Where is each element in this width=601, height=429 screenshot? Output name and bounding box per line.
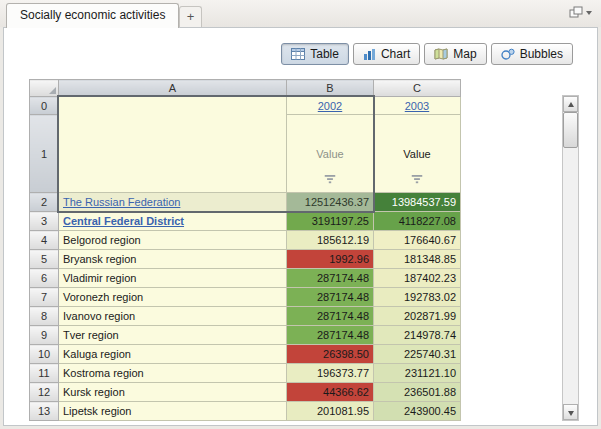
row-header-0[interactable]: 0 [30, 97, 59, 115]
row-header[interactable]: 11 [30, 364, 59, 383]
row-header[interactable]: 12 [30, 383, 59, 402]
value-cell-2003[interactable]: 181348.85 [374, 250, 461, 269]
value-cell-2002[interactable]: 287174.48 [287, 288, 374, 307]
value-cell-2003[interactable]: 176640.67 [374, 231, 461, 250]
row-header[interactable]: 13 [30, 402, 59, 421]
value-cell-2002[interactable]: 1992.96 [287, 250, 374, 269]
value-cell-2003[interactable]: 202871.99 [374, 307, 461, 326]
measure-cell-2003[interactable]: Value [374, 115, 461, 193]
merged-header-cell[interactable] [59, 97, 287, 193]
filter-icon[interactable] [412, 175, 423, 184]
region-name-cell[interactable]: Kursk region [59, 383, 287, 402]
value-cell-2002[interactable]: 44366.62 [287, 383, 374, 402]
value-cell-2003[interactable]: 231121.10 [374, 364, 461, 383]
data-grid: A B C 0 2002 2003 1 Va [29, 79, 461, 421]
value-cell-2003[interactable]: 243900.45 [374, 402, 461, 421]
select-all-corner[interactable] [30, 80, 59, 97]
value-cell-2002[interactable]: 185612.19 [287, 231, 374, 250]
value-cell-2003[interactable]: 192783.02 [374, 288, 461, 307]
column-header-c[interactable]: C [374, 80, 461, 97]
overlapping-windows-icon [568, 5, 594, 21]
region-name-cell[interactable]: Bryansk region [59, 250, 287, 269]
row-header[interactable]: 6 [30, 269, 59, 288]
year-link-2003[interactable]: 2003 [405, 100, 429, 112]
table-row: 3 Central Federal District 3191197.25 41… [30, 212, 461, 231]
column-header-b[interactable]: B [287, 80, 374, 97]
region-name-cell[interactable]: Belgorod region [59, 231, 287, 250]
region-name-cell[interactable]: Ivanovo region [59, 307, 287, 326]
row-header[interactable]: 9 [30, 326, 59, 345]
view-switcher: Table Chart Map Bubbles [281, 43, 573, 65]
region-name-cell[interactable]: Tver region [59, 326, 287, 345]
table-row: 4 Belgorod region 185612.19 176640.67 [30, 231, 461, 250]
table-row: 10 Kaluga region 26398.50 225740.31 [30, 345, 461, 364]
measure-label: Value [316, 148, 343, 160]
column-header-row: A B C [30, 80, 461, 97]
row-header-1[interactable]: 1 [30, 115, 59, 193]
table-row: 6 Vladimir region 287174.48 187402.23 [30, 269, 461, 288]
vertical-scrollbar[interactable] [562, 95, 579, 421]
chart-view-label: Chart [381, 47, 410, 61]
year-link-2002[interactable]: 2002 [318, 100, 342, 112]
bubbles-view-button[interactable]: Bubbles [491, 43, 573, 65]
table-row: 9 Tver region 287174.48 214978.74 [30, 326, 461, 345]
table-view-button[interactable]: Table [281, 43, 349, 65]
region-link[interactable]: Central Federal District [63, 215, 184, 227]
table-row: 12 Kursk region 44366.62 236501.88 [30, 383, 461, 402]
region-name-cell[interactable]: Vladimir region [59, 269, 287, 288]
column-header-a[interactable]: A [59, 80, 287, 97]
year-cell-2002[interactable]: 2002 [287, 97, 374, 115]
row-header[interactable]: 8 [30, 307, 59, 326]
value-cell-2002[interactable]: 201081.95 [287, 402, 374, 421]
table-row: 11 Kostroma region 196373.77 231121.10 [30, 364, 461, 383]
table-row: 8 Ivanovo region 287174.48 202871.99 [30, 307, 461, 326]
value-cell-2003[interactable]: 13984537.59 [374, 193, 461, 212]
tab-socially-economic-activities[interactable]: Socially economic activities [6, 3, 179, 28]
bubbles-icon [501, 48, 515, 60]
map-view-label: Map [453, 47, 476, 61]
row-header[interactable]: 2 [30, 193, 59, 212]
region-name-cell[interactable]: Kostroma region [59, 364, 287, 383]
filter-icon[interactable] [325, 175, 336, 184]
row-header[interactable]: 3 [30, 212, 59, 231]
new-tab-button[interactable]: + [179, 6, 202, 27]
region-name-cell[interactable]: Central Federal District [59, 212, 287, 231]
value-cell-2002[interactable]: 26398.50 [287, 345, 374, 364]
value-cell-2003[interactable]: 4118227.08 [374, 212, 461, 231]
measure-cell-2002[interactable]: Value [287, 115, 374, 193]
value-cell-2003[interactable]: 225740.31 [374, 345, 461, 364]
table-row: 7 Voronezh region 287174.48 192783.02 [30, 288, 461, 307]
scrollbar-thumb[interactable] [563, 112, 578, 148]
row-header[interactable]: 7 [30, 288, 59, 307]
window-restore-icon[interactable] [568, 5, 594, 21]
region-name-cell[interactable]: The Russian Federation [59, 193, 287, 212]
region-name-cell[interactable]: Kaluga region [59, 345, 287, 364]
bubbles-view-label: Bubbles [520, 47, 563, 61]
value-cell-2002[interactable]: 196373.77 [287, 364, 374, 383]
table-row: 13 Lipetsk region 201081.95 243900.45 [30, 402, 461, 421]
region-name-cell[interactable]: Voronezh region [59, 288, 287, 307]
value-cell-2003[interactable]: 236501.88 [374, 383, 461, 402]
value-cell-2002[interactable]: 12512436.37 [287, 193, 374, 212]
scroll-down-button[interactable] [563, 404, 578, 420]
value-cell-2002[interactable]: 287174.48 [287, 326, 374, 345]
region-link[interactable]: The Russian Federation [63, 196, 180, 208]
row-header[interactable]: 5 [30, 250, 59, 269]
region-name-cell[interactable]: Lipetsk region [59, 402, 287, 421]
scroll-up-button[interactable] [563, 96, 578, 112]
row-header[interactable]: 10 [30, 345, 59, 364]
value-cell-2003[interactable]: 187402.23 [374, 269, 461, 288]
value-cell-2003[interactable]: 214978.74 [374, 326, 461, 345]
value-cell-2002[interactable]: 287174.48 [287, 307, 374, 326]
value-cell-2002[interactable]: 287174.48 [287, 269, 374, 288]
chart-icon [363, 48, 376, 60]
chart-view-button[interactable]: Chart [353, 43, 420, 65]
spreadsheet: A B C 0 2002 2003 1 Va [29, 79, 461, 421]
year-cell-2003[interactable]: 2003 [374, 97, 461, 115]
table-icon [291, 48, 305, 60]
value-cell-2002[interactable]: 3191197.25 [287, 212, 374, 231]
measure-label: Value [403, 148, 430, 160]
map-view-button[interactable]: Map [424, 43, 486, 65]
content-panel: Table Chart Map Bubbles [3, 27, 598, 426]
row-header[interactable]: 4 [30, 231, 59, 250]
